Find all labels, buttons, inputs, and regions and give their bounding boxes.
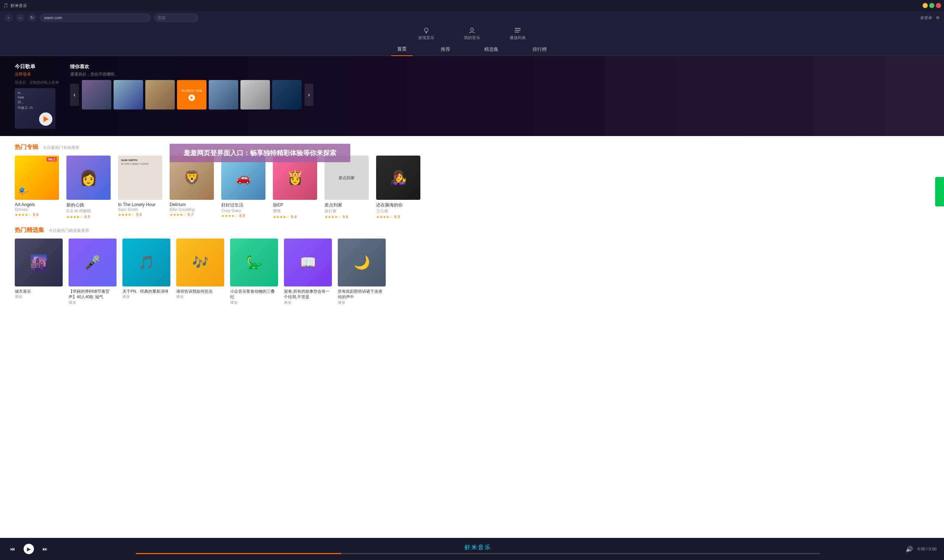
selection-card-2[interactable]: 🎵 关于PN、经典的重新演绎 播放 (122, 238, 170, 305)
selection-card-0[interactable]: 🌆 城市港乐 播放 (15, 238, 63, 305)
selection-card-1[interactable]: 🎤 【华丽的弹RNB节奏贸声】40人40歌 福气 播放 (69, 238, 117, 305)
address-bar[interactable] (40, 14, 151, 22)
hot-selection-subtitle: 今日最热门精选集推荐 (49, 228, 89, 233)
prev-button[interactable]: ⏮ (8, 544, 18, 554)
ad-banner[interactable]: 羞羞网页登界面入口：畅享独特精彩体验等你来探索 (169, 144, 350, 162)
album-card-7[interactable]: 👩‍🎤 还在脑海的你 王心凌 ★★★★☆ 8.9 (376, 155, 420, 219)
progress-bar[interactable] (136, 553, 820, 554)
rating-1: ★★★★☆ 8.5 (66, 215, 111, 219)
album-thumb-2[interactable] (145, 80, 175, 109)
side-button[interactable] (935, 177, 944, 206)
selection-info-6: 所有此刻那些诉诸于连谁你的声中 播放 (338, 289, 386, 305)
selection-info-1: 【华丽的弹RNB节奏贸声】40人40歌 福气 播放 (69, 289, 117, 305)
selection-card-5[interactable]: 📖 迎卷,所有的故事您会有一个结局,不管是 播放 (284, 238, 332, 305)
stars-0: ★★★★☆ (15, 213, 31, 217)
album-artist-3: Ellie Goulding (169, 207, 214, 212)
maximize-button[interactable] (929, 3, 935, 8)
album-artist-4: Cozy Diary (221, 208, 265, 213)
album-artist-5: 窦唯 (273, 208, 317, 214)
selection-title-2: 关于PN、经典的重新演绎 (122, 289, 170, 294)
volume-icon[interactable]: 🔊 (906, 546, 913, 552)
discover-icon-item[interactable]: 发现音乐 (418, 27, 434, 40)
album-card-1[interactable]: 👩 新的心跳 G.E.M.邓紫棋 ★★★★☆ 8.5 (66, 155, 111, 219)
album-thumb-4[interactable] (209, 80, 238, 109)
album-thumb-1[interactable] (114, 80, 143, 109)
album-info-5: 脉EP 窦唯 ★★★★☆ 9.4 (273, 202, 317, 219)
daily-playlist: 今日歌单 立即登录 登录后，定制您的私人歌单 H... Gee 闪... 마음고… (15, 63, 59, 129)
player-right: 🔊 0:00 / 0:00 (906, 546, 936, 552)
playlist-thumbnail[interactable]: H... Gee 闪... 마음고..아 (15, 88, 55, 129)
nav-chart[interactable]: 排行榜 (527, 43, 553, 56)
settings-icon[interactable]: ⚙ (936, 15, 939, 20)
album-info-7: 还在脑海的你 王心凌 ★★★★☆ 8.9 (376, 202, 420, 219)
album-card-5[interactable]: 👸 脉EP 窦唯 ★★★★☆ 9.4 (273, 155, 317, 219)
main-content: 今日歌单 立即登录 登录后，定制您的私人歌单 H... Gee 闪... 마음고… (0, 56, 944, 538)
album-thumb-3[interactable]: 本日的当门专辑 (177, 80, 206, 109)
featured-play-btn[interactable] (188, 94, 195, 101)
rating-0: ★★★★☆ 9.4 (15, 212, 59, 217)
svg-rect-4 (515, 32, 519, 32)
next-button[interactable]: ⏭ (40, 544, 50, 554)
nav-recommend[interactable]: 推荐 (435, 43, 456, 56)
selection-title-4: 小众音乐客食动物的三叠纪 (230, 289, 278, 300)
hot-selection-section: 热门精选集 今日最热门精选集推荐 🌆 城市港乐 播放 🎤 【华丽的弹RNB节奏贸… (0, 226, 944, 312)
search-input[interactable] (154, 14, 199, 22)
album-info-0: Art Angels Grimes ★★★★☆ 9.4 (15, 202, 59, 217)
album-card-4[interactable]: 🚗 好好过生活 Cozy Diary ★★★★☆ 8.9 (221, 155, 265, 219)
selection-title-5: 迎卷,所有的故事您会有一个结局,不管是 (284, 289, 332, 300)
stars-4: ★★★★☆ (221, 214, 238, 218)
navbar: ‹ › ↻ 未登录 ⚙ (0, 11, 944, 24)
daily-link[interactable]: 立即登录 (15, 72, 59, 77)
album-card-6[interactable]: 差点到家 差点到家 旅行家 ★★★★☆ 9.6 (325, 155, 369, 219)
album-card-0[interactable]: No.1 🎭 Art Angels Grimes ★★★★☆ 9.4 (15, 155, 59, 219)
selection-card-4[interactable]: 🦕 小众音乐客食动物的三叠纪 播放 (230, 238, 278, 305)
selection-tag-6: 播放 (338, 300, 386, 305)
close-button[interactable] (936, 3, 941, 8)
selection-card-3[interactable]: 🎶 请你告诉我如何惩岳 播放 (176, 238, 224, 305)
selection-card-6[interactable]: 🌙 所有此刻那些诉诸于连谁你的声中 播放 (338, 238, 386, 305)
album-info-4: 好好过生活 Cozy Diary ★★★★☆ 8.9 (221, 202, 265, 218)
login-text[interactable]: 未登录 (920, 15, 932, 21)
album-artist-7: 王心凌 (376, 208, 420, 214)
carousel-next[interactable]: › (305, 84, 313, 106)
album-name-2: In The Lonely Hour (118, 202, 162, 207)
album-card-3[interactable]: 🦁 Delirium Ellie Goulding ★★★★☆ 8.7 (169, 155, 214, 219)
album-thumb-6[interactable] (272, 80, 302, 109)
my-music-icon (468, 27, 476, 34)
score-6: 9.6 (343, 215, 348, 219)
minimize-button[interactable] (922, 3, 928, 8)
daily-title: 今日歌单 (15, 63, 59, 70)
playlist-icon-item[interactable]: 播放列表 (510, 27, 526, 40)
guess-title: 猜你喜欢 (70, 63, 929, 70)
album-artist-6: 旅行家 (325, 208, 369, 214)
album-cover-3: 🦁 (169, 155, 214, 200)
refresh-button[interactable]: ↻ (28, 14, 36, 22)
score-7: 8.9 (394, 215, 400, 219)
hot-albums-section: 热门专辑 今日最热门专辑推荐 No.1 🎭 Art Angels Grimes … (0, 136, 944, 226)
guess-desc: 通通喜好，您在不统嗜听。 (70, 72, 929, 77)
forward-button[interactable]: › (16, 14, 24, 22)
nav-home[interactable]: 首页 (391, 43, 413, 56)
main-nav: 首页 推荐 精选集 排行榜 (0, 43, 944, 56)
selection-cover-4: 🦕 (230, 238, 278, 286)
my-music-icon-item[interactable]: 我的音乐 (464, 27, 480, 40)
carousel-prev[interactable]: ‹ (70, 84, 79, 106)
nav-selected[interactable]: 精选集 (478, 43, 504, 56)
album-thumb-0[interactable] (82, 80, 111, 109)
titlebar: 🎵 虾米音乐 (0, 0, 944, 11)
selection-info-0: 城市港乐 播放 (15, 289, 63, 299)
album-carousel: ‹ 本日的当门专辑 › (70, 80, 929, 109)
back-button[interactable]: ‹ (5, 14, 12, 22)
discover-label: 发现音乐 (418, 35, 434, 40)
album-name-0: Art Angels (15, 202, 59, 207)
playlist-label: 播放列表 (510, 35, 526, 40)
hot-selection-title: 热门精选集 (15, 226, 44, 234)
album-artist-0: Grimes (15, 207, 59, 212)
play-button[interactable] (39, 112, 52, 126)
play-pause-button[interactable]: ▶ (24, 544, 34, 554)
album-info-2: In The Lonely Hour Sam Smith ★★★★☆ 9.4 (118, 202, 162, 217)
top-icons: 发现音乐 我的音乐 播放列表 (0, 24, 944, 43)
album-card-2[interactable]: SAM SMITH IN THE LONELY HOUR In The Lone… (118, 155, 162, 219)
album-thumb-5[interactable] (240, 80, 270, 109)
score-5: 9.4 (291, 215, 296, 219)
